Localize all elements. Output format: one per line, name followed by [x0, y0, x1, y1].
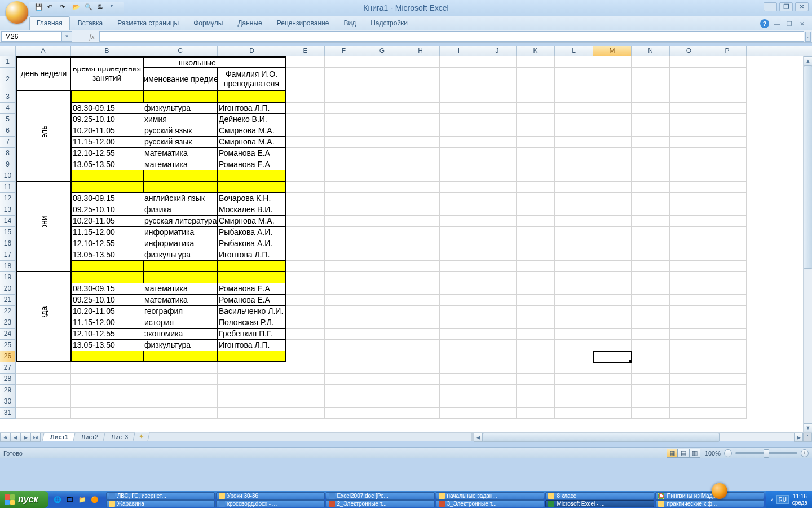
cell-G6[interactable] — [363, 125, 401, 137]
quick-print-icon[interactable]: 🖶 — [97, 3, 106, 12]
cell-C9[interactable]: математика — [143, 159, 218, 170]
language-indicator[interactable]: RU — [776, 495, 789, 504]
cell-C6[interactable]: русский язык — [143, 125, 218, 137]
cell-J2[interactable] — [478, 68, 517, 91]
cell-L26[interactable] — [555, 351, 593, 362]
cell-I23[interactable] — [440, 317, 478, 329]
cell-P31[interactable] — [708, 408, 747, 419]
cell-L14[interactable] — [555, 216, 593, 227]
cell-O30[interactable] — [670, 396, 708, 408]
cell-P25[interactable] — [708, 340, 747, 351]
cell-K17[interactable] — [517, 249, 555, 261]
cell-L5[interactable] — [555, 114, 593, 125]
row-header-3[interactable]: 3 — [0, 91, 16, 103]
cell-D22[interactable]: Васильченко Л.И. — [218, 306, 286, 317]
cell-J29[interactable] — [478, 385, 517, 396]
cell-P15[interactable] — [708, 227, 747, 238]
cell-F3[interactable] — [325, 91, 363, 103]
cell-H14[interactable] — [401, 216, 440, 227]
cell-B12[interactable]: 08.30-09.15 — [71, 193, 143, 204]
view-normal-button[interactable]: ▦ — [667, 449, 678, 458]
cell-A7[interactable] — [16, 137, 71, 148]
cell-H30[interactable] — [401, 396, 440, 408]
cell-D16[interactable]: Рыбакова А.И. — [218, 238, 286, 249]
cell-A6[interactable]: понедельник — [16, 125, 71, 137]
cell-C27[interactable] — [143, 362, 218, 374]
cell-F8[interactable] — [325, 148, 363, 159]
cell-J23[interactable] — [478, 317, 517, 329]
quick-launch-chrome[interactable]: 🌐 — [52, 493, 63, 506]
cell-E17[interactable] — [286, 249, 325, 261]
cell-A5[interactable] — [16, 114, 71, 125]
cell-A3[interactable] — [16, 91, 71, 103]
cell-H23[interactable] — [401, 317, 440, 329]
cell-J11[interactable] — [478, 182, 517, 193]
print-preview-icon[interactable]: 🔍 — [85, 3, 94, 12]
cell-H10[interactable] — [401, 170, 440, 182]
column-header-B[interactable]: B — [71, 46, 143, 56]
cell-D24[interactable]: Гребенкин П.Г. — [218, 329, 286, 340]
cell-G30[interactable] — [363, 396, 401, 408]
cell-F25[interactable] — [325, 340, 363, 351]
sheet-tab-2[interactable]: Лист3 — [103, 433, 136, 441]
taskbar-button[interactable]: Уроки 30-36 — [216, 492, 325, 500]
cell-D28[interactable] — [218, 374, 286, 385]
cell-O29[interactable] — [670, 385, 708, 396]
cell-P11[interactable] — [708, 182, 747, 193]
cell-O14[interactable] — [670, 216, 708, 227]
cell-C20[interactable]: математика — [143, 283, 218, 295]
cell-E23[interactable] — [286, 317, 325, 329]
cell-H18[interactable] — [401, 261, 440, 272]
cell-C28[interactable] — [143, 374, 218, 385]
cell-N4[interactable] — [632, 103, 670, 114]
cell-L8[interactable] — [555, 148, 593, 159]
cell-C19[interactable] — [143, 272, 218, 283]
cell-N31[interactable] — [632, 408, 670, 419]
cell-I3[interactable] — [440, 91, 478, 103]
cell-D8[interactable]: Романова Е.А — [218, 148, 286, 159]
cell-I31[interactable] — [440, 408, 478, 419]
cell-B13[interactable]: 09.25-10.10 — [71, 204, 143, 216]
cell-N28[interactable] — [632, 374, 670, 385]
ribbon-tab-6[interactable]: Вид — [337, 17, 363, 30]
cell-G8[interactable] — [363, 148, 401, 159]
cell-B22[interactable]: 10.20-11.05 — [71, 306, 143, 317]
cell-G14[interactable] — [363, 216, 401, 227]
cell-B16[interactable]: 12.10-12.55 — [71, 238, 143, 249]
cell-E30[interactable] — [286, 396, 325, 408]
cell-C4[interactable]: физкультура — [143, 103, 218, 114]
undo-icon[interactable]: ↶ — [47, 3, 56, 12]
cell-E27[interactable] — [286, 362, 325, 374]
cell-G9[interactable] — [363, 159, 401, 170]
column-header-F[interactable]: F — [325, 46, 363, 56]
cell-E25[interactable] — [286, 340, 325, 351]
cell-E1[interactable] — [286, 56, 325, 68]
row-header-25[interactable]: 25 — [0, 340, 16, 351]
column-header-G[interactable]: G — [363, 46, 401, 56]
cell-K29[interactable] — [517, 385, 555, 396]
ribbon-tab-5[interactable]: Рецензирование — [270, 17, 336, 30]
cell-K8[interactable] — [517, 148, 555, 159]
cell-P29[interactable] — [708, 385, 747, 396]
cell-P21[interactable] — [708, 295, 747, 306]
cell-O28[interactable] — [670, 374, 708, 385]
cell-N5[interactable] — [632, 114, 670, 125]
cell-K4[interactable] — [517, 103, 555, 114]
row-header-26[interactable]: 26 — [0, 351, 16, 362]
cell-A1[interactable] — [16, 56, 71, 68]
cell-L7[interactable] — [555, 137, 593, 148]
cell-E12[interactable] — [286, 193, 325, 204]
cell-J19[interactable] — [478, 272, 517, 283]
row-header-4[interactable]: 4 — [0, 103, 16, 114]
save-icon[interactable]: 💾 — [35, 3, 44, 12]
cell-E7[interactable] — [286, 137, 325, 148]
cell-B29[interactable] — [71, 385, 143, 396]
cell-K24[interactable] — [517, 329, 555, 340]
cell-F21[interactable] — [325, 295, 363, 306]
cell-F7[interactable] — [325, 137, 363, 148]
cell-N26[interactable] — [632, 351, 670, 362]
cell-H25[interactable] — [401, 340, 440, 351]
cell-P27[interactable] — [708, 362, 747, 374]
cell-O21[interactable] — [670, 295, 708, 306]
cell-M9[interactable] — [593, 159, 632, 170]
